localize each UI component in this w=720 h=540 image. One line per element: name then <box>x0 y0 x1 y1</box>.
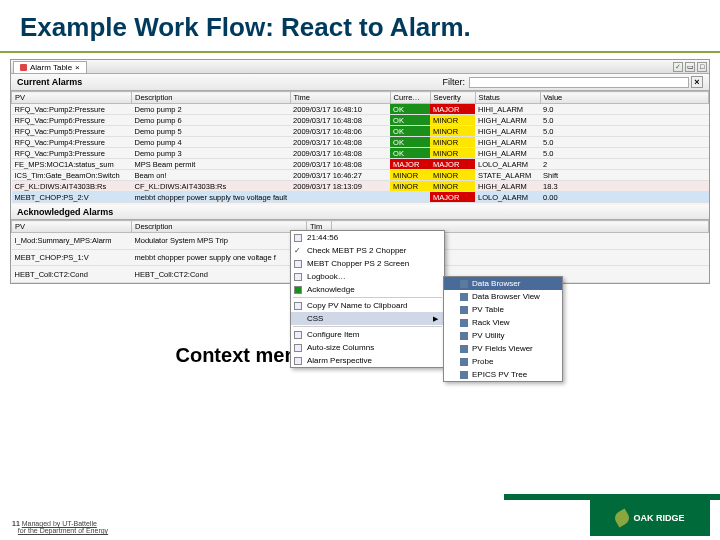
submenu-data-browser-view[interactable]: Data Browser View <box>444 290 562 303</box>
minimize-icon[interactable]: ▭ <box>685 62 695 72</box>
table-row[interactable]: FE_MPS:MOC1A:status_sumMPS Beam permit20… <box>12 159 709 170</box>
screen-icon <box>294 260 302 268</box>
col-val[interactable]: Value <box>540 92 708 104</box>
table-row[interactable]: RFQ_Vac:Pump6:PressureDemo pump 62009/03… <box>12 115 709 126</box>
filter-input[interactable] <box>469 77 689 88</box>
tab-label: Alarm Table <box>30 63 72 72</box>
footer: 11 Managed by UT-Battelle for the Depart… <box>12 520 108 534</box>
table-row[interactable]: CF_KL:DIWS:AIT4303B:RsCF_KL:DIWS:AIT4303… <box>12 181 709 192</box>
submenu-pv-table[interactable]: PV Table <box>444 303 562 316</box>
context-menu: 21:44:56 Check MEBT PS 2 Chopper MEBT Ch… <box>290 230 445 368</box>
title-underline <box>0 51 720 53</box>
copy-icon <box>294 302 302 310</box>
filter-label: Filter: <box>443 77 466 87</box>
submenu-rack-view[interactable]: Rack View <box>444 316 562 329</box>
ctx-sep-2 <box>293 326 442 327</box>
tool-icon <box>460 332 468 340</box>
col-status[interactable]: Status <box>475 92 540 104</box>
perspective-icon <box>294 357 302 365</box>
leaf-icon <box>613 508 632 527</box>
tab-alarm-table[interactable]: Alarm Table × <box>13 61 87 73</box>
ctx-logbook[interactable]: Logbook… <box>291 270 444 283</box>
ack-header: Acknowledged Alarms <box>11 205 709 220</box>
submenu-epics-pv-tree[interactable]: EPICS PV Tree <box>444 368 562 381</box>
table-row[interactable]: RFQ_Vac:Pump3:PressureDemo pump 32009/03… <box>12 148 709 159</box>
tool-icon <box>460 319 468 327</box>
ctx-acknowledge[interactable]: Acknowledge <box>291 283 444 296</box>
chevron-right-icon: ▶ <box>433 315 438 323</box>
ctx-perspective[interactable]: Alarm Perspective <box>291 354 444 367</box>
ctx-configure[interactable]: Configure Item <box>291 328 444 341</box>
ctx-sep-1 <box>293 297 442 298</box>
columns-icon <box>294 344 302 352</box>
tool-icon <box>460 358 468 366</box>
tool-icon <box>460 293 468 301</box>
ctx-autosize[interactable]: Auto-size Columns <box>291 341 444 354</box>
logo-text: OAK RIDGE <box>633 513 684 523</box>
tab-close-icon[interactable]: × <box>75 63 80 72</box>
table-row[interactable]: RFQ_Vac:Pump5:PressureDemo pump 52009/03… <box>12 126 709 137</box>
submenu-data-browser[interactable]: Data Browser <box>444 277 562 290</box>
submenu-pv-fields-viewer[interactable]: PV Fields Viewer <box>444 342 562 355</box>
col-pv[interactable]: PV <box>12 92 132 104</box>
current-alarms-table: PV Description Time Curre… Severity Stat… <box>11 91 709 203</box>
page-number: 11 <box>12 520 20 527</box>
col-sev[interactable]: Severity <box>430 92 475 104</box>
ctx-time: 21:44:56 <box>291 231 444 244</box>
tab-bar: Alarm Table × ✓ ▭ □ <box>11 60 709 74</box>
col-curr[interactable]: Curre… <box>390 92 430 104</box>
submenu-probe[interactable]: Probe <box>444 355 562 368</box>
tab-check-icon[interactable]: ✓ <box>673 62 683 72</box>
dept: for the Department of Energy <box>18 527 108 534</box>
tool-icon <box>460 280 468 288</box>
ack-label: Acknowledged Alarms <box>17 207 113 217</box>
table-row[interactable]: MEBT_CHOP:PS_2:Vmebbt chopper power supp… <box>12 192 709 203</box>
ack-col-desc[interactable]: Description <box>132 221 307 233</box>
maximize-icon[interactable]: □ <box>697 62 707 72</box>
col-time[interactable]: Time <box>290 92 390 104</box>
table-row[interactable]: RFQ_Vac:Pump2:PressureDemo pump 22009/03… <box>12 104 709 115</box>
col-desc[interactable]: Description <box>132 92 291 104</box>
current-alarms-label: Current Alarms <box>17 77 82 87</box>
ack-col-pv[interactable]: PV <box>12 221 132 233</box>
tool-icon <box>460 371 468 379</box>
ctx-copy-pv[interactable]: Copy PV Name to Clipboard <box>291 299 444 312</box>
ctx-css-submenu[interactable]: CSS▶ <box>291 312 444 325</box>
ack-icon <box>294 286 302 294</box>
gear-icon <box>294 331 302 339</box>
tool-icon <box>460 345 468 353</box>
managed-by: Managed by UT-Battelle <box>22 520 97 527</box>
alarm-icon <box>20 64 27 71</box>
clock-icon <box>294 234 302 242</box>
tool-icon <box>460 306 468 314</box>
oak-ridge-logo: OAK RIDGE <box>590 500 710 536</box>
table-row[interactable]: RFQ_Vac:Pump4:PressureDemo pump 42009/03… <box>12 137 709 148</box>
slide-title: Example Work Flow: React to Alarm. <box>0 0 720 51</box>
current-alarms-header: Current Alarms Filter: × <box>11 74 709 91</box>
logbook-icon <box>294 273 302 281</box>
clear-filter-button[interactable]: × <box>691 76 703 88</box>
ctx-check-mebt[interactable]: Check MEBT PS 2 Chopper <box>291 244 444 257</box>
css-submenu: Data BrowserData Browser ViewPV TableRac… <box>443 276 563 382</box>
table-row[interactable]: ICS_Tim:Gate_BeamOn:SwitchBeam on!2009/0… <box>12 170 709 181</box>
submenu-pv-utility[interactable]: PV Utility <box>444 329 562 342</box>
tab-controls: ✓ ▭ □ <box>673 62 707 72</box>
ctx-mebt-screen[interactable]: MEBT Chopper PS 2 Screen <box>291 257 444 270</box>
